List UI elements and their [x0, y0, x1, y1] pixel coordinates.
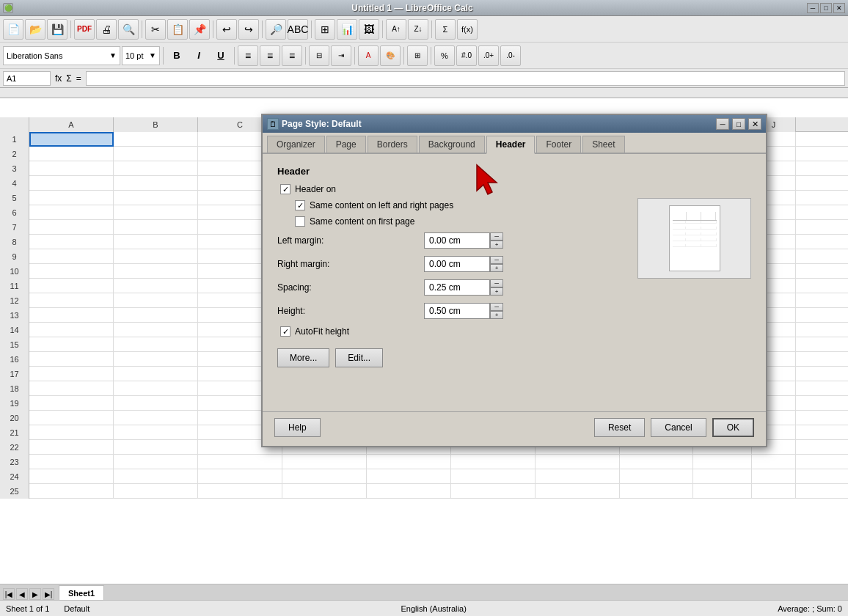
open-button[interactable]: 📂: [25, 19, 45, 40]
cell-B24[interactable]: [114, 469, 198, 484]
formula-sum-icon[interactable]: Σ: [65, 72, 73, 85]
cell-B2[interactable]: [114, 147, 198, 161]
right-margin-plus[interactable]: +: [490, 264, 503, 272]
sheet-first-button[interactable]: |◀: [3, 588, 15, 600]
cell-B16[interactable]: [114, 352, 198, 367]
cell-E25[interactable]: [367, 484, 451, 499]
formula-equals-icon[interactable]: =: [75, 72, 83, 85]
undo-button[interactable]: ↩: [216, 19, 237, 40]
same-content-first-checkbox[interactable]: [295, 216, 305, 227]
cell-reference-box[interactable]: A1: [3, 71, 51, 86]
row-num-14[interactable]: 14: [0, 323, 29, 337]
tab-footer[interactable]: Footer: [536, 136, 581, 153]
find-button[interactable]: 🔎: [266, 19, 286, 40]
row-num-24[interactable]: 24: [0, 469, 29, 484]
sheet-next-button[interactable]: ▶: [29, 588, 41, 600]
cell-A17[interactable]: [29, 367, 114, 381]
cell-B13[interactable]: [114, 308, 198, 323]
cell-H23[interactable]: [620, 455, 693, 469]
cell-C25[interactable]: [198, 484, 282, 499]
cell-A10[interactable]: [29, 264, 114, 279]
more-button[interactable]: More...: [277, 348, 329, 367]
cell-A22[interactable]: [29, 440, 114, 455]
cell-B14[interactable]: [114, 323, 198, 337]
same-content-lr-checkbox[interactable]: [295, 200, 305, 210]
cell-B20[interactable]: [114, 411, 198, 425]
height-plus[interactable]: +: [490, 311, 503, 319]
cell-C24[interactable]: [198, 469, 282, 484]
height-minus[interactable]: ─: [490, 303, 503, 311]
cell-J23[interactable]: [752, 455, 796, 469]
row-num-8[interactable]: 8: [0, 235, 29, 249]
cell-I25[interactable]: [693, 484, 752, 499]
row-num-4[interactable]: 4: [0, 176, 29, 191]
cell-D25[interactable]: [282, 484, 367, 499]
left-margin-plus[interactable]: +: [490, 241, 503, 249]
cell-B25[interactable]: [114, 484, 198, 499]
cell-B22[interactable]: [114, 440, 198, 455]
maximize-button[interactable]: □: [820, 3, 832, 13]
cell-A13[interactable]: [29, 308, 114, 323]
cell-I23[interactable]: [693, 455, 752, 469]
row-num-21[interactable]: 21: [0, 425, 29, 440]
borders-button[interactable]: ⊞: [407, 45, 428, 66]
cell-B5[interactable]: [114, 191, 198, 205]
col-header-a[interactable]: A: [29, 117, 114, 132]
font-size-combo[interactable]: 10 pt ▼: [122, 46, 160, 65]
tab-sheet[interactable]: Sheet: [582, 136, 624, 153]
row-num-15[interactable]: 15: [0, 337, 29, 352]
ok-button[interactable]: OK: [712, 418, 754, 437]
cell-B12[interactable]: [114, 293, 198, 308]
cell-J25[interactable]: [752, 484, 796, 499]
spacing-minus[interactable]: ─: [490, 279, 503, 287]
row-num-9[interactable]: 9: [0, 249, 29, 264]
copy-button[interactable]: 📋: [167, 19, 188, 40]
cell-B23[interactable]: [114, 455, 198, 469]
row-num-18[interactable]: 18: [0, 381, 29, 396]
align-left-button[interactable]: ≡: [238, 45, 258, 66]
sheet-last-button[interactable]: ▶|: [43, 588, 54, 600]
cell-H25[interactable]: [620, 484, 693, 499]
cell-G25[interactable]: [536, 484, 620, 499]
cell-A24[interactable]: [29, 469, 114, 484]
cell-H24[interactable]: [620, 469, 693, 484]
cell-D24[interactable]: [282, 469, 367, 484]
row-num-16[interactable]: 16: [0, 352, 29, 367]
cell-C23[interactable]: [198, 455, 282, 469]
row-num-5[interactable]: 5: [0, 191, 29, 205]
save-button[interactable]: 💾: [47, 19, 67, 40]
dialog-maximize-button[interactable]: □: [732, 118, 745, 130]
cell-A4[interactable]: [29, 176, 114, 191]
cell-B21[interactable]: [114, 425, 198, 440]
font-name-combo[interactable]: Liberation Sans ▼: [3, 46, 120, 65]
row-num-6[interactable]: 6: [0, 205, 29, 220]
height-input[interactable]: 0.50 cm: [424, 303, 490, 319]
cell-B6[interactable]: [114, 205, 198, 220]
cell-G23[interactable]: [536, 455, 620, 469]
tab-page[interactable]: Page: [326, 136, 366, 153]
underline-button[interactable]: U: [211, 45, 231, 66]
formula-input[interactable]: [86, 71, 845, 86]
sheet-tab-1[interactable]: Sheet1: [59, 585, 104, 600]
tab-borders[interactable]: Borders: [368, 136, 417, 153]
cell-F23[interactable]: [451, 455, 536, 469]
autofit-checkbox[interactable]: [280, 326, 290, 337]
cell-B4[interactable]: [114, 176, 198, 191]
cell-B3[interactable]: [114, 161, 198, 176]
cell-A25[interactable]: [29, 484, 114, 499]
decrease-decimal-button[interactable]: .0-: [500, 45, 521, 66]
merge-cells-button[interactable]: ⊟: [309, 45, 329, 66]
paste-button[interactable]: 📌: [189, 19, 210, 40]
formula-sum-button[interactable]: Σ: [435, 19, 456, 40]
row-num-3[interactable]: 3: [0, 161, 29, 176]
align-center-button[interactable]: ≡: [260, 45, 280, 66]
cell-A20[interactable]: [29, 411, 114, 425]
cell-J24[interactable]: [752, 469, 796, 484]
help-button[interactable]: Help: [274, 418, 321, 437]
row-num-10[interactable]: 10: [0, 264, 29, 279]
cut-button[interactable]: ✂: [145, 19, 166, 40]
tab-header[interactable]: Header: [486, 136, 536, 154]
cell-B7[interactable]: [114, 220, 198, 235]
cell-A2[interactable]: [29, 147, 114, 161]
cell-A15[interactable]: [29, 337, 114, 352]
